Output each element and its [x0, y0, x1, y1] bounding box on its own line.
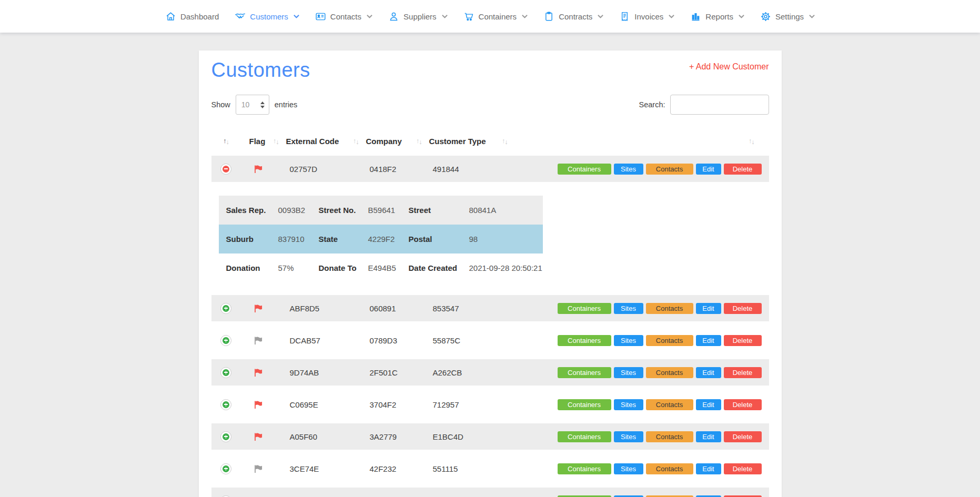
containers-button[interactable]: Containers	[558, 399, 611, 410]
customer-type-cell: E1BC4D	[429, 423, 515, 450]
add-new-customer-link[interactable]: + Add New Customer	[689, 62, 769, 72]
show-label: Show	[211, 100, 230, 109]
customer-type-cell: 491844	[429, 156, 515, 182]
edit-button[interactable]: Edit	[696, 303, 721, 314]
sites-button[interactable]: Sites	[614, 335, 643, 346]
header-customer-type[interactable]: Customer Type ↑↓	[429, 130, 515, 151]
flag-icon	[253, 431, 264, 442]
contacts-button[interactable]: Contacts	[646, 367, 693, 378]
edit-button[interactable]: Edit	[696, 164, 721, 175]
flag-icon	[253, 303, 264, 313]
expand-row-button[interactable]	[220, 495, 231, 497]
expand-row-button[interactable]	[220, 463, 231, 474]
delete-button[interactable]: Delete	[724, 164, 762, 175]
delete-button[interactable]: Delete	[724, 367, 762, 378]
handshake-icon	[235, 11, 246, 22]
chevron-down-icon	[669, 14, 674, 18]
edit-button[interactable]: Edit	[696, 463, 721, 474]
home-icon	[165, 11, 176, 22]
delete-button[interactable]: Delete	[724, 431, 762, 442]
contacts-button[interactable]: Contacts	[646, 463, 693, 474]
table-row: ABF8D5 060891 853547 Containers Sites Co…	[211, 295, 769, 321]
table-row: DCAB57 0789D3 55875C Containers Sites Co…	[211, 327, 769, 353]
external-code-cell: 71AF9E	[286, 488, 366, 497]
nav-item-containers[interactable]: Containers	[463, 11, 528, 22]
delete-button[interactable]: Delete	[724, 335, 762, 346]
edit-button[interactable]: Edit	[696, 335, 721, 346]
sites-button[interactable]: Sites	[614, 164, 643, 175]
edit-button[interactable]: Edit	[696, 431, 721, 442]
entries-select[interactable]: 10	[236, 95, 269, 115]
nav-item-contracts[interactable]: Contracts	[543, 11, 603, 22]
containers-button[interactable]: Containers	[558, 463, 611, 474]
chevron-down-icon	[598, 14, 603, 18]
containers-button[interactable]: Containers	[558, 495, 611, 497]
containers-button[interactable]: Containers	[558, 431, 611, 442]
edit-button[interactable]: Edit	[696, 495, 721, 497]
sites-button[interactable]: Sites	[614, 303, 643, 314]
contacts-button[interactable]: Contacts	[646, 335, 693, 346]
edit-button[interactable]: Edit	[696, 399, 721, 410]
sort-icon: ↑↓	[749, 137, 754, 145]
containers-button[interactable]: Containers	[558, 335, 611, 346]
table-row: 02757D 0418F2 491844 Containers Sites Co…	[211, 156, 769, 182]
expand-row-button[interactable]	[220, 303, 231, 314]
table-row: 9D74AB 2F501C A262CB Containers Sites Co…	[211, 359, 769, 386]
person-icon	[388, 11, 399, 22]
header-expand-column[interactable]: ↑↓	[211, 130, 241, 151]
flag-icon	[253, 335, 264, 346]
company-cell: 3704F2	[366, 391, 429, 418]
sites-button[interactable]: Sites	[614, 431, 643, 442]
external-code-cell: ABF8D5	[286, 295, 366, 321]
nav-item-settings[interactable]: Settings	[760, 11, 815, 22]
nav-item-invoices[interactable]: Invoices	[619, 11, 674, 22]
cart-icon	[463, 11, 474, 22]
flag-icon	[253, 164, 264, 174]
containers-button[interactable]: Containers	[558, 367, 611, 378]
delete-button[interactable]: Delete	[724, 399, 762, 410]
search-input[interactable]	[670, 95, 769, 115]
nav-item-dashboard[interactable]: Dashboard	[165, 11, 219, 22]
contacts-button[interactable]: Contacts	[646, 164, 693, 175]
expand-row-button[interactable]	[220, 431, 231, 442]
header-flag[interactable]: Flag ↑↓	[241, 130, 286, 151]
customers-card: Customers + Add New Customer Show 10 ent…	[199, 50, 782, 497]
containers-button[interactable]: Containers	[558, 303, 611, 314]
delete-button[interactable]: Delete	[724, 303, 762, 314]
nav-item-contacts[interactable]: Contacts	[315, 11, 372, 22]
nav-item-suppliers[interactable]: Suppliers	[388, 11, 448, 22]
nav-label: Customers	[250, 12, 288, 21]
sites-button[interactable]: Sites	[614, 399, 643, 410]
contacts-button[interactable]: Contacts	[646, 399, 693, 410]
sites-button[interactable]: Sites	[614, 367, 643, 378]
collapse-row-button[interactable]	[220, 164, 231, 175]
delete-button[interactable]: Delete	[724, 463, 762, 474]
expand-row-button[interactable]	[220, 335, 231, 346]
company-cell: 0789D3	[366, 327, 429, 353]
sites-button[interactable]: Sites	[614, 463, 643, 474]
sites-button[interactable]: Sites	[614, 495, 643, 497]
header-actions[interactable]: ↑↓	[515, 130, 769, 151]
clipboard-icon	[543, 11, 554, 22]
customer-type-cell: A262CB	[429, 359, 515, 386]
chevron-down-icon	[809, 14, 815, 18]
header-company[interactable]: Company ↑↓	[366, 130, 429, 151]
nav-label: Contracts	[559, 12, 592, 21]
sort-icon: ↑↓	[416, 137, 422, 145]
nav-item-reports[interactable]: Reports	[690, 11, 744, 22]
expand-row-button[interactable]	[220, 367, 231, 378]
expand-row-button[interactable]	[220, 399, 231, 410]
company-cell: 060891	[366, 295, 429, 321]
delete-button[interactable]: Delete	[724, 495, 762, 497]
nav-item-customers[interactable]: Customers	[235, 11, 299, 22]
chevron-down-icon	[442, 14, 448, 18]
table-header-row: ↑↓ Flag ↑↓ External Code ↑↓ Company ↑↓ C…	[211, 130, 769, 151]
contacts-button[interactable]: Contacts	[646, 431, 693, 442]
entries-select-value: 10	[241, 100, 260, 109]
edit-button[interactable]: Edit	[696, 367, 721, 378]
nav-label: Dashboard	[180, 12, 219, 21]
contacts-button[interactable]: Contacts	[646, 303, 693, 314]
contacts-button[interactable]: Contacts	[646, 495, 693, 497]
header-external-code[interactable]: External Code ↑↓	[286, 130, 366, 151]
containers-button[interactable]: Containers	[558, 164, 611, 175]
